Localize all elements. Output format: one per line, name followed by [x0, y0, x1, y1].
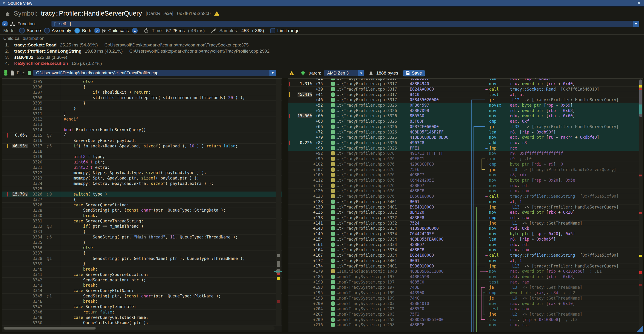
source-line[interactable]: 3319 uint8_t type;	[2, 154, 282, 160]
source-line[interactable]: 3316 ServerQueryPacket payload;	[2, 138, 282, 144]
source-line[interactable]: 3339 }	[2, 261, 282, 267]
source-line[interactable]: 3348 return false;	[2, 310, 282, 315]
source-line[interactable]: 3335 }	[2, 240, 282, 245]
source-line[interactable]: 3313	[2, 122, 282, 127]
asm-row[interactable]: +102…t\TracyProfiler.hpp:67642803C0F00cm…	[288, 162, 643, 167]
asm-row[interactable]: +120…t\TracyProfiler.hpp:676488BCBmovrcx…	[288, 188, 643, 194]
source-line[interactable]: 3320 uint64_t ptr;	[2, 160, 282, 165]
function-checkbox[interactable]: ✓	[2, 21, 8, 26]
asm-row[interactable]: +72…t\TracyProfiler.cpp:33264C8D05F146F2…	[288, 129, 643, 135]
asm-row[interactable]: +138…t\TracyProfiler.cpp:3332483BF8cmprd…	[288, 215, 643, 220]
asm-row[interactable]: +186…mon\TracySystem.cpp:197448B4598movr…	[288, 274, 643, 280]
function-combo[interactable]: [ - self - ] ▼	[52, 21, 639, 27]
chevron-down-icon[interactable]: ▼	[270, 70, 276, 76]
asm-row[interactable]: +39…t\TracyProfiler.cpp:3317E824AA0000←c…	[288, 86, 643, 92]
asm-row[interactable]: 45.41%+44…t\TracyProfiler.cpp:331784C0te…	[288, 92, 643, 97]
asm-row[interactable]: +99…t\TracyProfiler.hpp:67649FFC1→incr9 …	[288, 156, 643, 162]
asm-row[interactable]: +123…t\TracyProfiler.hpp:676E850160000←c…	[288, 194, 643, 199]
source-line[interactable]: 3330 break;	[2, 213, 282, 218]
source-line[interactable]: 3345@1 SendString( ptr, (const char*)ptr…	[2, 293, 282, 299]
source-line[interactable]: 3323 memcpy( &ptr, &payload.ptr, sizeof(…	[2, 175, 282, 181]
asm-source-location[interactable]: …t\TracyProfiler.hpp:676	[336, 167, 410, 172]
asm-source-location[interactable]: …t\TracyProfiler.cpp:3326	[336, 146, 410, 151]
source-line[interactable]: 3333 {	[2, 229, 282, 234]
asm-row[interactable]: +179…1103\include\atomic:1048488B05B63C1…	[288, 269, 643, 274]
source-line[interactable]: 3332@3 if( ptr == m_mainThread )	[2, 224, 282, 229]
asm-row[interactable]: +112…t\TracyProfiler.hpp:676C64424205Emo…	[288, 178, 643, 183]
source-line[interactable]: 3342 SendSourceLocation( ptr );	[2, 277, 282, 283]
asm-row[interactable]: +52…t\TracyProfiler.cpp:33260FB64597movz…	[288, 103, 643, 108]
asm-source-location[interactable]: …t\TracyProfiler.cpp:3334	[336, 242, 410, 247]
asm-row[interactable]: +167…t\TracyProfiler.cpp:3334E824160000←…	[288, 253, 643, 258]
asm-row[interactable]: 0.22%+87…t\TracyProfiler.cpp:33264903C8a…	[288, 140, 643, 146]
asm-source-location[interactable]: …mon\TracySystem.cpp:258	[336, 323, 410, 327]
asm-row[interactable]: +172…t\TracyProfiler.cpp:3401B001moval, …	[288, 258, 643, 263]
asm-row[interactable]: +200…mon\TracySystem.cpp:203488B4010movr…	[288, 301, 643, 306]
close-icon[interactable]: ×	[638, 0, 641, 6]
asm-row[interactable]: +149…t\TracyProfiler.cpp:3334C64424205Fm…	[288, 231, 643, 237]
asm-source-location[interactable]: …t\TracyProfiler.hpp:676	[336, 194, 410, 199]
save-button[interactable]: Save	[403, 70, 425, 76]
source-line[interactable]: 3337 {	[2, 251, 282, 256]
asm-source-location[interactable]: …t\TracyProfiler.cpp:3401	[336, 264, 410, 268]
asm-row[interactable]: +117…t\TracyProfiler.hpp:676488BD7movrdx…	[288, 183, 643, 188]
asm-source-location[interactable]: …t\TracyProfiler.cpp:3334	[336, 253, 410, 258]
uarch-combo[interactable]: AMD Zen 3 ▼	[324, 70, 364, 76]
source-line[interactable]: 3346 break;	[2, 299, 282, 304]
asm-row[interactable]: +130…t\TracyProfiler.cpp:3401E9E4010000j…	[288, 204, 643, 210]
file-combo[interactable]: C:\Users\wolf\Desktop\darkrl\contrib\tra…	[33, 70, 276, 76]
source-vertical-scrollbar[interactable]	[276, 79, 281, 325]
asm-source-location[interactable]: …mon\TracySystem.cpp:203	[336, 301, 410, 306]
source-line[interactable]: 15.79%3326@9 switch( type )	[2, 191, 282, 197]
source-line[interactable]: 3341 case ServerQuerySourceLocation:	[2, 272, 282, 277]
source-line[interactable]: 3343 break;	[2, 283, 282, 288]
asm-row[interactable]: +46…t\TracyProfiler.cpp:33170F8435020000…	[288, 97, 643, 103]
asm-source-location[interactable]: …mon\TracySystem.cpp:258	[336, 317, 410, 322]
propagate-up-button[interactable]: ▲	[132, 28, 138, 33]
asm-source-location[interactable]: …t\TracyProfiler.cpp:3317	[336, 81, 410, 86]
asm-source-location[interactable]: …t\TracyProfiler.cpp:3334	[336, 226, 410, 231]
source-line[interactable]: 3349 case ServerQueryCallstackFrame:	[2, 315, 282, 320]
asm-source-location[interactable]: …t\TracyProfiler.cpp:3326	[336, 140, 410, 145]
asm-source-location[interactable]: …mon\TracySystem.cpp:199	[336, 296, 410, 301]
asm-source-location[interactable]: …t\TracyProfiler.cpp:3317	[336, 78, 410, 81]
asm-row[interactable]: +204…mon\TracySystem.cpp:2034885C0testra…	[288, 306, 643, 312]
asm-row[interactable]: +174…t\TracyProfiler.cpp:3401E9B8010000j…	[288, 263, 643, 269]
source-line[interactable]: 3344 case ServerQueryPlotName:	[2, 288, 282, 293]
asm-source-location[interactable]: …t\TracyProfiler.cpp:3317	[336, 92, 410, 97]
source-horizontal-scrollbar[interactable]	[3, 326, 275, 330]
asm-source-location[interactable]: …t\TracyProfiler.cpp:3326	[336, 114, 410, 118]
asm-row[interactable]: +154…t\TracyProfiler.cpp:33344C8D055FBA0…	[288, 237, 643, 242]
chevron-down-icon[interactable]: ▼	[633, 21, 639, 27]
asm-source-location[interactable]: …mon\TracySystem.cpp:197	[336, 274, 410, 279]
radio-icon[interactable]	[19, 28, 25, 33]
chevron-down-icon[interactable]: ▼	[358, 70, 364, 76]
asm-source-location[interactable]: …t\TracyProfiler.cpp:3326	[336, 130, 410, 135]
source-line[interactable]: 3309 }	[2, 101, 282, 106]
source-line[interactable]: 3327 {	[2, 197, 282, 202]
asm-row[interactable]: +135…t\TracyProfiler.cpp:33328B4320movea…	[288, 210, 643, 215]
asm-row[interactable]: +31…t\TracyProfiler.cpp:3317488D5597lear…	[288, 78, 643, 81]
asm-row[interactable]: +216…mon\TracySystem.cpp:258488BCEmovrcx…	[288, 322, 643, 328]
asm-source-location[interactable]: …t\TracyProfiler.cpp:3401	[336, 199, 410, 204]
source-line[interactable]: 3347 case ServerQueryTerminate:	[2, 304, 282, 310]
asm-row[interactable]: +141…t\TracyProfiler.cpp:33327524jne.L1 …	[288, 220, 643, 226]
asm-row[interactable]: +63…t\TracyProfiler.cpp:332683F80Fcmpeax…	[288, 119, 643, 124]
source-line[interactable]: 3312#endif	[2, 117, 282, 122]
source-line[interactable]: 3307 if( shouldExit ) return;	[2, 90, 282, 95]
asm-row[interactable]: +198…mon\TracySystem.cpp:199744Cje.L6 ->…	[288, 295, 643, 301]
asm-row[interactable]: +92…t\TracyProfiler.hpp:67649C7C1FFFFFFF…	[288, 151, 643, 156]
source-line[interactable]: 3321 uint32_t extra;	[2, 165, 282, 170]
asm-row[interactable]: +190…mon\TracySystem.cpp:1974885C0testra…	[288, 279, 643, 285]
limit-range-toggle[interactable]: Limit range	[270, 28, 300, 33]
asm-source-location[interactable]: …1103\include\atomic:1048	[336, 269, 410, 274]
limit-range-checkbox[interactable]	[270, 28, 275, 33]
source-line[interactable]: 3331 case ServerQueryThreadString:	[2, 218, 282, 224]
source-line[interactable]: 3308 std::this_thread::sleep_for( std::c…	[2, 95, 282, 101]
asm-source-location[interactable]: …t\TracyProfiler.cpp:3326	[336, 119, 410, 124]
radio-icon[interactable]	[44, 28, 50, 33]
asm-source-location[interactable]: …t\TracyProfiler.cpp:3334	[336, 231, 410, 236]
asm-row[interactable]: +107…t\TracyProfiler.hpp:67675F6jne.L0 -…	[288, 167, 643, 172]
asm-source-location[interactable]: …t\TracyProfiler.hpp:676	[336, 151, 410, 156]
source-line[interactable]: 3322 memcpy( &type, &payload.type, sizeo…	[2, 170, 282, 175]
